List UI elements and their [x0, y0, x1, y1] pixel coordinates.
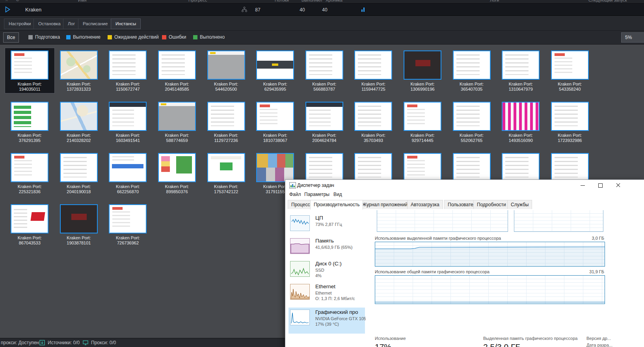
instance-cell[interactable]: Kraken Port:566883787 — [300, 48, 349, 93]
instance-thumbnail — [354, 50, 392, 80]
instance-thumbnail — [256, 153, 294, 182]
status-filter-3[interactable]: Ожидание действий — [108, 34, 159, 40]
status-filter-1[interactable]: Подготовка — [28, 34, 60, 40]
proxies-status: Прокси: 0/0 — [91, 340, 116, 345]
instance-port-label: Kraken Port: — [116, 184, 140, 189]
instance-thumbnail — [109, 50, 147, 80]
instance-port-value: 726736962 — [116, 241, 140, 246]
instance-cell[interactable]: Kraken Port:1372831323 — [54, 48, 104, 93]
instance-cell[interactable]: Kraken Port:899850376 — [153, 151, 202, 196]
instance-label: Kraken Port:225321836 — [18, 184, 42, 194]
instance-cell[interactable]: Kraken Port:2040190018 — [54, 151, 104, 196]
instance-cell[interactable]: Kraken Port:2004624784 — [300, 99, 349, 144]
instance-cell[interactable]: Kraken Port:1493516090 — [496, 99, 545, 144]
instance-cell[interactable]: Kraken Port:225321836 — [5, 151, 54, 196]
instance-cell[interactable]: Kraken Port:662256870 — [103, 151, 153, 196]
tab-2[interactable]: Остановка — [34, 19, 65, 29]
tm-tab-3[interactable]: Журнал приложений — [359, 200, 411, 209]
perf-sidebar-item-gpu[interactable]: Графический проNVIDIA GeForce GTX 10517%… — [288, 308, 365, 334]
tm-tab-2[interactable]: Производительность — [310, 200, 363, 210]
instance-port-value: 867043533 — [18, 241, 42, 246]
instance-cell[interactable]: Kraken Port:194035011 — [5, 48, 54, 93]
status-filter-5[interactable]: Выполнено — [193, 34, 225, 40]
instance-cell[interactable]: Kraken Port:1723932986 — [545, 99, 595, 144]
instance-cell[interactable]: Kraken Port:2045148585 — [153, 48, 202, 93]
maximize-button[interactable] — [592, 180, 609, 190]
instance-thumbnail — [305, 153, 343, 182]
instance-cell[interactable]: Kraken Port:1310647979 — [496, 48, 545, 93]
column-header: Потоки — [275, 0, 289, 2]
ethernet-mini-graph-icon — [290, 284, 310, 300]
instance-grid-row: Kraken Port:867043533Kraken Port:1903878… — [5, 202, 153, 247]
proxy-check-status: прокси: Доступен — [1, 340, 39, 345]
menu-3[interactable]: Вид — [333, 192, 342, 197]
scale-input[interactable]: 5% — [621, 32, 644, 43]
menu-2[interactable]: Параметры — [304, 192, 329, 197]
task-manager-titlebar[interactable]: Диспетчер задач — [285, 180, 644, 190]
instance-cell[interactable]: Kraken Port:365407035 — [447, 48, 496, 93]
tm-tab-7[interactable]: Службы — [507, 200, 532, 209]
instance-cell[interactable]: Kraken Port:1306990196 — [398, 48, 447, 93]
instance-cell[interactable]: Kraken Port:1603491541 — [103, 99, 153, 144]
play-icon[interactable] — [5, 6, 10, 14]
instance-port-label: Kraken Port: — [460, 82, 484, 87]
perf-item-detail: 73% 2,87 ГГц — [315, 222, 366, 227]
chart-bars-icon[interactable] — [361, 7, 366, 12]
instance-cell[interactable]: Kraken Port:2140328202 — [54, 99, 104, 144]
shared-memory-chart — [375, 275, 605, 304]
instance-port-value: 544620500 — [214, 87, 238, 92]
perf-sidebar-item-disk[interactable]: Диск 0 (C:)SSD4% — [288, 259, 365, 281]
instance-port-label: Kraken Port: — [509, 82, 533, 87]
tm-tab-6[interactable]: Подробности — [473, 200, 510, 209]
memory-mini-graph-icon — [290, 238, 310, 254]
instance-cell[interactable]: Kraken Port:588774659 — [153, 99, 202, 144]
instance-thumbnail — [60, 204, 98, 233]
instance-cell[interactable]: Kraken Port:543358240 — [545, 48, 595, 93]
instance-label: Kraken Port:1159447725 — [361, 82, 385, 92]
instance-cell[interactable]: Kraken Port:726736962 — [103, 202, 153, 247]
shared-memory-chart-title: Использование общей памяти графического … — [375, 269, 490, 274]
perf-sidebar-item-memory[interactable]: Память41,6/63,9 ГБ (65%) — [288, 236, 365, 258]
instance-cell[interactable]: Kraken Port:544620500 — [201, 48, 251, 93]
instance-cell[interactable]: Kraken Port:1150672747 — [103, 48, 153, 93]
instance-cell[interactable]: Kraken Port:35703493 — [349, 99, 398, 144]
proxy-monitor-icon — [83, 340, 88, 345]
tm-tab-4[interactable]: Автозагрузка — [407, 200, 443, 209]
column-header: Выполнил — [302, 0, 322, 2]
instance-cell[interactable]: Kraken Port:1129727236 — [201, 99, 251, 144]
instance-label: Kraken Port:376291395 — [18, 133, 42, 143]
instance-port-value: 552062765 — [460, 138, 484, 143]
status-color-swatch — [108, 35, 112, 39]
tab-1[interactable]: Настройки — [4, 19, 35, 29]
instance-cell[interactable]: Kraken Port:929714445 — [398, 99, 447, 144]
instance-thumbnail — [551, 50, 589, 80]
gpu-engine-chart-2 — [514, 210, 603, 232]
menu-1[interactable]: Файл — [289, 192, 301, 197]
instance-cell[interactable]: Kraken Port:629435995 — [251, 48, 300, 93]
status-filter-4[interactable]: Ошибки — [162, 34, 186, 40]
close-button[interactable] — [609, 180, 627, 190]
instance-cell[interactable]: Kraken Port:552062765 — [447, 99, 496, 144]
tab-4[interactable]: Расписание — [78, 19, 112, 29]
instance-thumbnail — [502, 102, 540, 131]
instance-cell[interactable]: Kraken Port:376291395 — [5, 99, 54, 144]
perf-item-detail: SSD — [315, 268, 366, 272]
status-filter-label: Выполнение — [73, 34, 101, 40]
instance-cell[interactable]: Kraken Port:1753742122 — [201, 151, 251, 196]
minimize-button[interactable] — [574, 180, 592, 190]
perf-sidebar-item-cpu[interactable]: ЦП73% 2,87 ГГц — [288, 213, 365, 235]
tab-5[interactable]: Инстансы — [111, 19, 141, 29]
instance-thumbnail — [60, 153, 98, 182]
instance-cell[interactable]: Kraken Port:1159447725 — [349, 48, 398, 93]
filter-all-button[interactable]: Все — [3, 32, 19, 43]
instance-thumbnail — [453, 153, 491, 182]
instance-port-label: Kraken Port: — [165, 184, 189, 189]
instance-thumbnail — [305, 102, 343, 131]
task-row[interactable]: Kraken 87 40 40 — [0, 4, 644, 16]
perf-sidebar-item-ethernet[interactable]: EthernetEthernetО: 1,3 П: 2,6 Мбит/с — [288, 282, 365, 307]
tab-3[interactable]: Лог — [63, 19, 80, 29]
instance-cell[interactable]: Kraken Port:1903878101 — [54, 202, 104, 247]
status-filter-2[interactable]: Выполнение — [66, 34, 101, 40]
instance-cell[interactable]: Kraken Port:867043533 — [5, 202, 54, 247]
instance-cell[interactable]: Kraken Port:1810738067 — [251, 99, 300, 144]
